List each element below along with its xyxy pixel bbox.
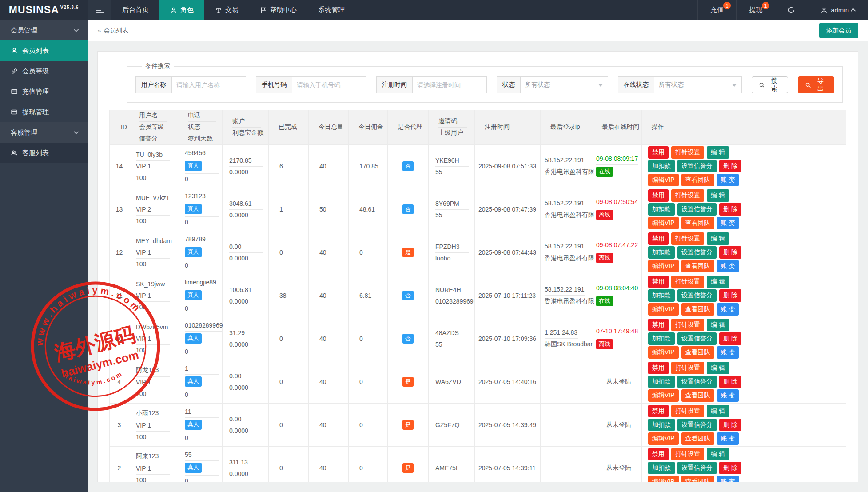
action-button[interactable]: 编 辑	[707, 319, 729, 331]
action-button[interactable]: 编 辑	[707, 276, 729, 288]
action-button[interactable]: 设置信誉分	[677, 203, 717, 216]
regtime-input[interactable]	[412, 76, 487, 93]
action-button[interactable]: 账 变	[717, 476, 739, 482]
action-button[interactable]: 账 变	[717, 346, 739, 359]
user-menu[interactable]: admin	[808, 0, 868, 20]
action-button[interactable]: 打针设置	[671, 276, 704, 288]
action-button[interactable]: 查看团队	[681, 260, 714, 272]
action-button[interactable]: 禁用	[648, 448, 669, 460]
sidebar-item-support-list[interactable]: 客服列表	[0, 143, 88, 163]
action-button[interactable]: 禁用	[648, 189, 669, 202]
refresh-button[interactable]	[775, 0, 808, 20]
action-button[interactable]: 删 除	[719, 246, 741, 259]
sidebar-item-recharge-mgmt[interactable]: 充值管理	[0, 81, 88, 102]
action-button[interactable]: 删 除	[719, 203, 741, 216]
action-button[interactable]: 打针设置	[671, 319, 704, 331]
nav-tab-roles[interactable]: 角色	[159, 0, 204, 20]
action-button[interactable]: 编辑VIP	[648, 389, 679, 402]
action-button[interactable]: 编辑VIP	[648, 174, 679, 186]
action-button[interactable]: 账 变	[717, 260, 739, 272]
action-button[interactable]: 禁用	[648, 276, 669, 288]
action-button[interactable]: 账 变	[717, 432, 739, 445]
nav-tab-dashboard[interactable]: 后台首页	[111, 0, 159, 20]
action-button[interactable]: 删 除	[719, 160, 741, 172]
action-button[interactable]: 账 变	[717, 303, 739, 316]
action-button[interactable]: 打针设置	[671, 189, 704, 202]
online-status-select[interactable]: 所有状态	[654, 76, 742, 93]
action-button[interactable]: 删 除	[719, 332, 741, 345]
sidebar-group-support[interactable]: 客服管理	[0, 122, 88, 143]
withdraw-button[interactable]: 提现 1	[736, 0, 775, 20]
action-button[interactable]: 设置信誉分	[677, 419, 717, 431]
action-button[interactable]: 删 除	[719, 462, 741, 474]
sidebar-item-member-list[interactable]: 会员列表	[0, 40, 88, 61]
action-button[interactable]: 查看团队	[681, 174, 714, 186]
action-button[interactable]: 加扣款	[648, 246, 675, 259]
action-button[interactable]: 查看团队	[681, 217, 714, 229]
sidebar-item-member-level[interactable]: 会员等级	[0, 61, 88, 81]
action-button[interactable]: 编 辑	[707, 362, 729, 374]
sidebar-group-members[interactable]: 会员管理	[0, 20, 88, 40]
nav-tab-trade[interactable]: 交易	[204, 0, 249, 20]
action-button[interactable]: 禁用	[648, 319, 669, 331]
action-button[interactable]: 加扣款	[648, 203, 675, 216]
action-button[interactable]: 禁用	[648, 232, 669, 245]
phone-input[interactable]	[292, 76, 366, 93]
sidebar-item-withdraw-mgmt[interactable]: 提现管理	[0, 102, 88, 122]
action-button[interactable]: 打针设置	[671, 146, 704, 159]
action-button[interactable]: 删 除	[719, 289, 741, 302]
action-button[interactable]: 设置信誉分	[677, 246, 717, 259]
action-button[interactable]: 编 辑	[707, 405, 729, 417]
action-button[interactable]: 打针设置	[671, 362, 704, 374]
action-button[interactable]: 账 变	[717, 217, 739, 229]
action-button[interactable]: 禁用	[648, 362, 669, 374]
nav-tab-system[interactable]: 系统管理	[307, 0, 355, 20]
nav-tab-help[interactable]: 帮助中心	[249, 0, 307, 20]
action-button[interactable]: 禁用	[648, 405, 669, 417]
action-button[interactable]: 编辑VIP	[648, 260, 679, 272]
action-button[interactable]: 打针设置	[671, 232, 704, 245]
action-button[interactable]: 编 辑	[707, 189, 729, 202]
action-button[interactable]: 查看团队	[681, 303, 714, 316]
action-button[interactable]: 编 辑	[707, 146, 729, 159]
action-button[interactable]: 账 变	[717, 174, 739, 186]
action-button[interactable]: 编 辑	[707, 448, 729, 460]
recharge-button[interactable]: 充值 1	[697, 0, 736, 20]
action-button[interactable]: 加扣款	[648, 289, 675, 302]
add-member-button[interactable]: 添加会员	[819, 23, 858, 38]
action-button[interactable]: 编辑VIP	[648, 346, 679, 359]
action-button[interactable]: 编辑VIP	[648, 476, 679, 482]
action-button[interactable]: 账 变	[717, 389, 739, 402]
action-button[interactable]: 删 除	[719, 419, 741, 431]
action-button[interactable]: 加扣款	[648, 376, 675, 388]
action-button[interactable]: 编辑VIP	[648, 432, 679, 445]
action-button[interactable]: 加扣款	[648, 332, 675, 345]
action-button[interactable]: 设置信誉分	[677, 289, 717, 302]
action-button[interactable]: 查看团队	[681, 432, 714, 445]
action-button[interactable]: 设置信誉分	[677, 376, 717, 388]
action-button[interactable]: 删 除	[719, 376, 741, 388]
status-select[interactable]: 所有状态	[520, 76, 608, 93]
action-button[interactable]: 设置信誉分	[677, 462, 717, 474]
invite-stack: GZ5F7Q	[435, 420, 474, 431]
search-button[interactable]: 搜 索	[752, 76, 788, 93]
action-button[interactable]: 禁用	[648, 146, 669, 159]
action-button[interactable]: 加扣款	[648, 462, 675, 474]
action-button[interactable]: 查看团队	[681, 476, 714, 482]
action-button[interactable]: 设置信誉分	[677, 160, 717, 172]
action-button[interactable]: 编辑VIP	[648, 303, 679, 316]
cell-id: 3	[110, 404, 129, 447]
action-button[interactable]: 编辑VIP	[648, 217, 679, 229]
menu-toggle-button[interactable]	[88, 0, 111, 20]
export-button[interactable]: 导 出	[798, 76, 834, 93]
action-button[interactable]: 打针设置	[671, 405, 704, 417]
action-button[interactable]: 设置信誉分	[677, 332, 717, 345]
action-button[interactable]: 加扣款	[648, 160, 675, 172]
username-input[interactable]	[171, 76, 246, 93]
action-button[interactable]: 加扣款	[648, 419, 675, 431]
action-button[interactable]: 编 辑	[707, 232, 729, 245]
vip-level: VIP 1	[136, 247, 170, 259]
action-button[interactable]: 查看团队	[681, 346, 714, 359]
action-button[interactable]: 打针设置	[671, 448, 704, 460]
action-button[interactable]: 查看团队	[681, 389, 714, 402]
